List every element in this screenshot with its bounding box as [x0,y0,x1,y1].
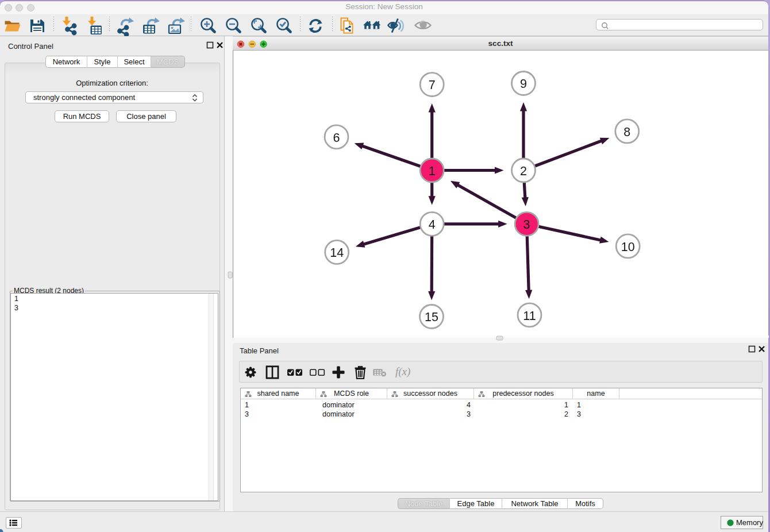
svg-text:9: 9 [520,77,527,91]
svg-text:11: 11 [523,309,536,323]
svg-text:4: 4 [429,218,436,232]
svg-text:7: 7 [429,78,436,92]
svg-text:15: 15 [425,310,438,324]
svg-text:8: 8 [623,125,630,139]
svg-text:14: 14 [330,246,344,260]
svg-text:2: 2 [520,164,527,178]
svg-text:1: 1 [429,164,436,178]
svg-text:6: 6 [333,131,340,145]
svg-text:3: 3 [523,218,530,232]
svg-text:10: 10 [621,240,635,254]
